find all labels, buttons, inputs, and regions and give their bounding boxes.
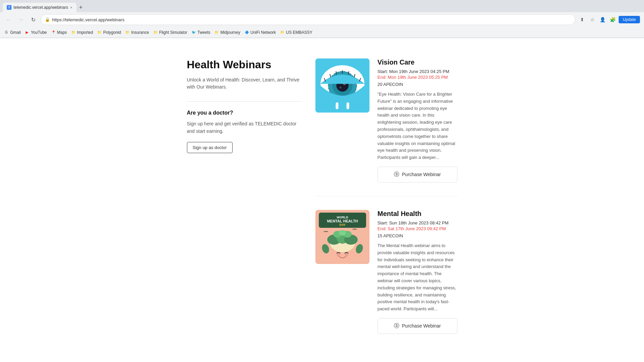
bookmark-polygonid[interactable]: 📁 Polygonid bbox=[97, 30, 121, 35]
bookmark-label: Flight Simulator bbox=[159, 30, 187, 35]
webinar-card-vision: Vision Care Start: Mon 19th June 2023 04… bbox=[315, 58, 457, 196]
webinar-price-mental: 15 APECOIN bbox=[378, 233, 457, 238]
mental-health-illustration: WORLD MENTAL HEALTH DAY bbox=[315, 210, 369, 264]
folder-icon: 📁 bbox=[97, 30, 102, 35]
purchase-webinar-button-vision[interactable]: ⓢ Purchase Webinar bbox=[378, 167, 457, 183]
bookmark-label: Maps bbox=[57, 30, 67, 35]
webinar-title-vision: Vision Care bbox=[378, 58, 457, 66]
bookmark-label: Gmail bbox=[10, 30, 21, 35]
bookmark-label: US EMBASSY bbox=[286, 30, 312, 35]
maps-icon: 📍 bbox=[51, 30, 56, 35]
folder-icon: 📁 bbox=[125, 30, 130, 35]
bookmark-label: Tweets bbox=[197, 30, 210, 35]
bookmark-tweets[interactable]: 🐦 Tweets bbox=[191, 30, 210, 35]
bookmark-label: Insurance bbox=[131, 30, 149, 35]
folder-icon: 📁 bbox=[71, 30, 76, 35]
svg-text:DAY: DAY bbox=[339, 223, 345, 226]
signup-as-doctor-button[interactable]: Sign up as doctor bbox=[187, 142, 233, 153]
eye-illustration bbox=[315, 58, 369, 113]
webinar-card-mental: WORLD MENTAL HEALTH DAY bbox=[315, 210, 457, 347]
doctor-section-heading: Are you a doctor? bbox=[187, 110, 302, 116]
webinar-start-mental: Start: Sun 18th June 2023 08:42 PM bbox=[378, 220, 457, 225]
reload-button[interactable]: ↻ bbox=[28, 15, 38, 24]
divider bbox=[187, 101, 302, 102]
bookmark-label: UniFi Network bbox=[251, 30, 276, 35]
nav-actions: ⬆ ☆ 👤 🧩 Update bbox=[578, 16, 640, 24]
purchase-icon: ⓢ bbox=[394, 171, 399, 178]
tab-favicon: T bbox=[7, 5, 11, 10]
twitter-icon: 🐦 bbox=[191, 30, 196, 35]
purchase-button-label: Purchase Webinar bbox=[402, 172, 441, 177]
unifi-icon: 🔷 bbox=[244, 30, 249, 35]
profile-icon[interactable]: 👤 bbox=[598, 16, 606, 24]
webinar-end-mental: End: Sat 17th June 2023 09:42 PM bbox=[378, 226, 457, 231]
webinar-start-vision: Start: Mon 19th June 2023 04:25 PM bbox=[378, 69, 457, 74]
active-tab[interactable]: T telemedic.vercel.app/webinars × bbox=[3, 3, 76, 12]
bookmark-label: Midjourney bbox=[220, 30, 240, 35]
webinar-end-vision: End: Mon 19th June 2023 05:25 PM bbox=[378, 75, 457, 80]
svg-point-7 bbox=[339, 87, 341, 89]
svg-rect-15 bbox=[336, 102, 338, 109]
webinar-price-vision: 20 APECOIN bbox=[378, 82, 457, 87]
webinar-image-vision bbox=[315, 58, 369, 113]
folder-icon: 📁 bbox=[214, 30, 219, 35]
svg-text:MENTAL HEALTH: MENTAL HEALTH bbox=[327, 219, 358, 223]
bookmark-insurance[interactable]: 📁 Insurance bbox=[125, 30, 149, 35]
purchase-button-label: Purchase Webinar bbox=[402, 323, 441, 329]
svg-text:WORLD: WORLD bbox=[337, 216, 348, 219]
browser-chrome: T telemedic.vercel.app/webinars × + ← → … bbox=[0, 0, 644, 38]
bookmark-us-embassy[interactable]: 📁 US EMBASSY bbox=[280, 30, 312, 35]
tab-bar: T telemedic.vercel.app/webinars × + bbox=[0, 0, 644, 12]
extensions-icon[interactable]: 🧩 bbox=[609, 16, 617, 24]
webinar-image-mental: WORLD MENTAL HEALTH DAY bbox=[315, 210, 369, 264]
update-button[interactable]: Update bbox=[619, 16, 640, 23]
svg-line-10 bbox=[336, 71, 336, 75]
new-tab-button[interactable]: + bbox=[78, 4, 84, 11]
webinar-title-mental: Mental Health bbox=[378, 210, 457, 218]
folder-icon: 📁 bbox=[153, 30, 158, 35]
page-layout: Health Webinars Unlock a World of Health… bbox=[187, 58, 457, 347]
bookmark-gmail[interactable]: G Gmail bbox=[4, 30, 21, 35]
bookmark-maps[interactable]: 📍 Maps bbox=[51, 30, 67, 35]
bookmark-youtube[interactable]: ▶ YouTube bbox=[25, 30, 47, 35]
svg-rect-16 bbox=[347, 102, 349, 109]
bookmark-midjourney[interactable]: 📁 Midjourney bbox=[214, 30, 240, 35]
webinars-panel: Vision Care Start: Mon 19th June 2023 04… bbox=[315, 58, 457, 347]
page-content: Health Webinars Unlock a World of Health… bbox=[119, 38, 525, 362]
tab-close-button[interactable]: × bbox=[70, 5, 72, 9]
folder-icon: 📁 bbox=[280, 30, 285, 35]
address-bar[interactable]: 🔒 https://telemedic.vercel.app/webinars bbox=[41, 14, 575, 25]
lock-icon: 🔒 bbox=[45, 17, 50, 22]
doctor-section-text: Sign up here and get verified as TELEMED… bbox=[187, 120, 302, 135]
address-text: https://telemedic.vercel.app/webinars bbox=[52, 17, 571, 22]
gmail-icon: G bbox=[4, 30, 9, 35]
bookmark-unifi[interactable]: 🔷 UniFi Network bbox=[244, 30, 276, 35]
purchase-webinar-button-mental[interactable]: ⓢ Purchase Webinar bbox=[378, 318, 457, 334]
bookmark-flight-simulator[interactable]: 📁 Flight Simulator bbox=[153, 30, 187, 35]
forward-button[interactable]: → bbox=[16, 15, 26, 24]
bookmarks-bar: G Gmail ▶ YouTube 📍 Maps 📁 Imported 📁 Po… bbox=[0, 27, 644, 38]
purchase-icon: ⓢ bbox=[394, 322, 399, 330]
bookmark-imported[interactable]: 📁 Imported bbox=[71, 30, 93, 35]
back-button[interactable]: ← bbox=[4, 15, 14, 24]
bookmark-icon[interactable]: ☆ bbox=[588, 16, 596, 24]
left-panel: Health Webinars Unlock a World of Health… bbox=[187, 58, 302, 347]
youtube-icon: ▶ bbox=[25, 30, 29, 35]
webinar-description-vision: "Eye Health: Vision Care for a Brighter … bbox=[378, 91, 457, 161]
page-subtitle: Unlock a World of Health: Discover, Lear… bbox=[187, 76, 302, 91]
page-title: Health Webinars bbox=[187, 58, 302, 71]
nav-bar: ← → ↻ 🔒 https://telemedic.vercel.app/web… bbox=[0, 12, 644, 27]
svg-line-12 bbox=[349, 71, 349, 75]
webinar-info-vision: Vision Care Start: Mon 19th June 2023 04… bbox=[378, 58, 457, 183]
bookmark-label: Polygonid bbox=[103, 30, 121, 35]
bookmark-label: Imported bbox=[77, 30, 93, 35]
webinar-description-mental: The Mental Health webinar aims to provid… bbox=[378, 242, 457, 313]
tab-title: telemedic.vercel.app/webinars bbox=[14, 5, 68, 10]
webinar-info-mental: Mental Health Start: Sun 18th June 2023 … bbox=[378, 210, 457, 334]
svg-point-30 bbox=[339, 230, 346, 236]
bookmark-label: YouTube bbox=[31, 30, 47, 35]
share-icon[interactable]: ⬆ bbox=[578, 16, 586, 24]
